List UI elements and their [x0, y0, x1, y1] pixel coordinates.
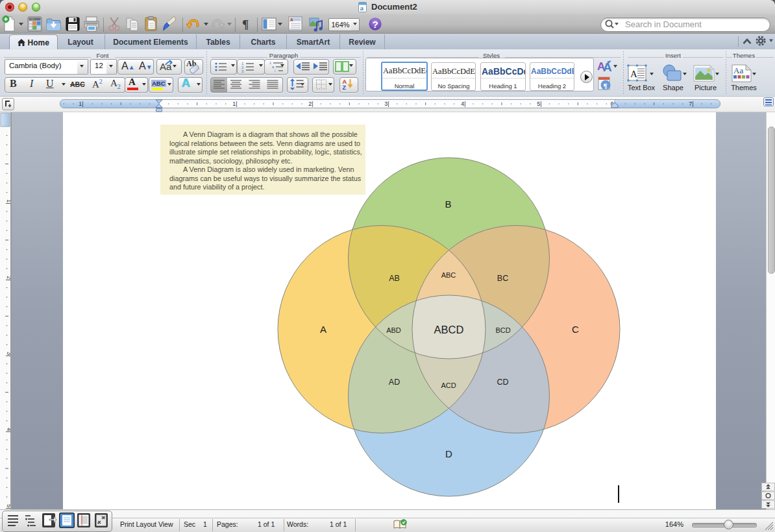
svg-text:1|: 1|: [6, 199, 11, 204]
svg-text:3|: 3|: [384, 101, 389, 108]
svg-text:A: A: [630, 69, 637, 79]
svg-text:3: 3: [241, 69, 244, 73]
svg-text:AB: AB: [389, 274, 400, 283]
svg-text:C: C: [572, 324, 579, 335]
svg-text:ACD: ACD: [441, 381, 456, 389]
svg-text:ABD: ABD: [386, 326, 401, 334]
svg-text:D: D: [445, 448, 452, 459]
svg-text:BCD: BCD: [495, 326, 510, 334]
svg-text:1|: 1|: [79, 101, 83, 108]
svg-text:A: A: [290, 18, 293, 22]
svg-text:AD: AD: [389, 378, 400, 387]
svg-text:¶: ¶: [242, 18, 249, 31]
svg-text:3|: 3|: [6, 352, 11, 356]
svg-text:?: ?: [373, 19, 378, 30]
svg-text:A: A: [320, 324, 326, 335]
svg-text:7|: 7|: [689, 101, 693, 108]
svg-text:B: B: [445, 199, 451, 210]
svg-text:Aa: Aa: [733, 66, 743, 75]
svg-text:5|: 5|: [6, 504, 11, 509]
svg-text:BC: BC: [497, 274, 508, 283]
svg-text:Z: Z: [342, 84, 346, 91]
svg-text:4|: 4|: [6, 428, 11, 432]
svg-text:4|: 4|: [461, 101, 465, 108]
svg-text:ABCD: ABCD: [434, 324, 464, 335]
svg-text:ABC: ABC: [441, 271, 456, 279]
svg-text:a: a: [360, 4, 364, 12]
svg-text:i: i: [275, 69, 275, 73]
svg-text:2|: 2|: [308, 101, 313, 108]
svg-text:5|: 5|: [537, 101, 541, 108]
svg-text:1: 1: [269, 61, 271, 65]
svg-text:¶: ¶: [604, 82, 608, 90]
svg-text:2|: 2|: [6, 276, 11, 280]
svg-text:1|: 1|: [232, 101, 237, 108]
svg-text:CD: CD: [497, 378, 508, 387]
